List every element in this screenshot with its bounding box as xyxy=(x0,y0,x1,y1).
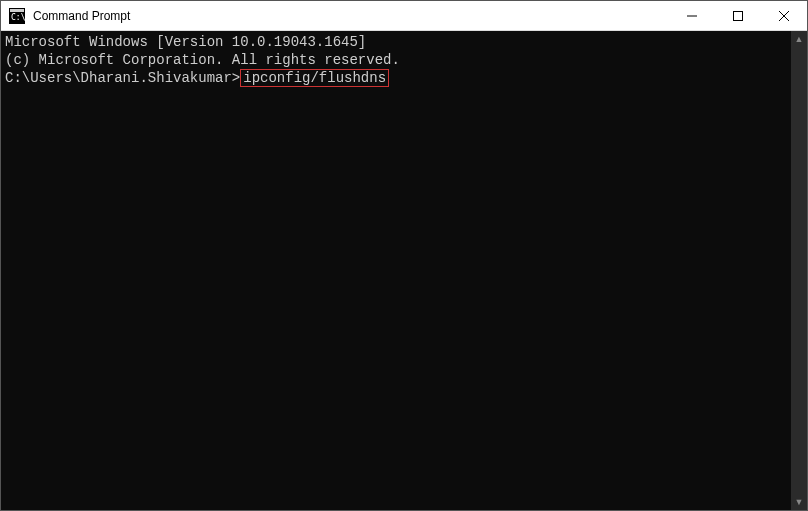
terminal-line: (c) Microsoft Corporation. All rights re… xyxy=(5,51,787,69)
svg-text:C:\: C:\ xyxy=(11,13,25,22)
scroll-down-arrow-icon[interactable]: ▼ xyxy=(791,494,807,510)
titlebar[interactable]: C:\ Command Prompt xyxy=(1,1,807,31)
scroll-up-arrow-icon[interactable]: ▲ xyxy=(791,31,807,47)
svg-rect-4 xyxy=(734,11,743,20)
terminal-area: Microsoft Windows [Version 10.0.19043.16… xyxy=(1,31,807,510)
vertical-scrollbar[interactable]: ▲ ▼ xyxy=(791,31,807,510)
terminal-prompt: C:\Users\Dharani.Shivakumar> xyxy=(5,70,240,86)
command-prompt-window: C:\ Command Prompt Microsoft Windows [Ve… xyxy=(0,0,808,511)
window-controls xyxy=(669,1,807,31)
terminal-line: Microsoft Windows [Version 10.0.19043.16… xyxy=(5,33,787,51)
cmd-icon: C:\ xyxy=(9,8,25,24)
svg-rect-1 xyxy=(10,9,24,12)
maximize-button[interactable] xyxy=(715,1,761,31)
window-title: Command Prompt xyxy=(33,9,669,23)
terminal-prompt-line: C:\Users\Dharani.Shivakumar>ipconfig/flu… xyxy=(5,69,787,87)
minimize-button[interactable] xyxy=(669,1,715,31)
terminal-output[interactable]: Microsoft Windows [Version 10.0.19043.16… xyxy=(1,31,791,510)
close-button[interactable] xyxy=(761,1,807,31)
terminal-command-highlight: ipconfig/flushdns xyxy=(240,69,389,87)
